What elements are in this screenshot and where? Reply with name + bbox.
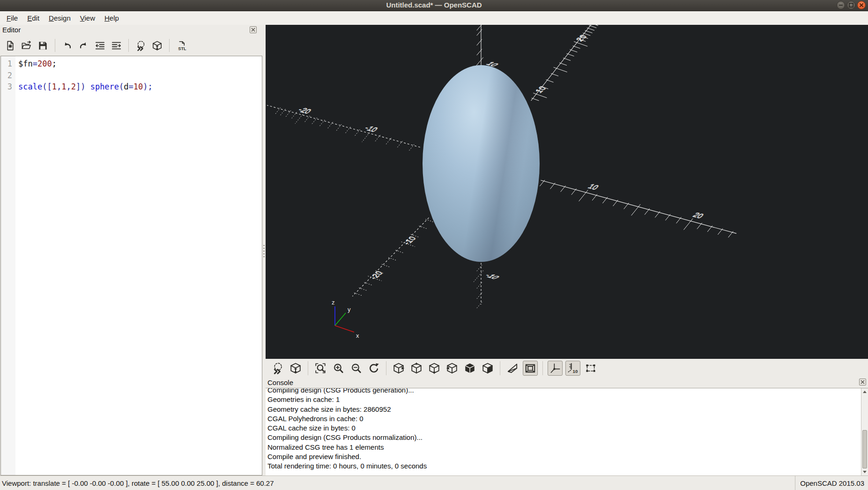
open-file-button[interactable]: [20, 38, 33, 52]
main-area: Editor: [0, 25, 868, 475]
x-axis-label-10: 10: [586, 183, 601, 191]
x-axis-label-20: 20: [691, 211, 706, 220]
redo-button[interactable]: [77, 38, 90, 52]
show-scale-markers-button[interactable]: 10: [565, 361, 580, 376]
export-stl-button[interactable]: STL: [175, 38, 188, 52]
console-line: Normalized CSG tree has 1 elements: [267, 443, 860, 452]
view-left-button[interactable]: [445, 361, 460, 376]
preview-button[interactable]: [134, 38, 148, 52]
line-number: 1: [1, 58, 12, 70]
save-button[interactable]: [36, 38, 50, 52]
show-axes-icon: [549, 362, 561, 374]
close-button[interactable]: [857, 1, 866, 9]
undo-icon: [62, 40, 73, 51]
console-line: CGAL cache size in bytes: 0: [267, 423, 860, 433]
viewport-canvas: 10 20 -10 -20 10 20 -10 -20 10 -10: [266, 25, 868, 359]
editor-panel: Editor: [0, 25, 262, 475]
reset-view-button[interactable]: [366, 361, 381, 376]
show-edges-button[interactable]: [583, 361, 598, 376]
y-axis-label-n10: -10: [401, 235, 417, 245]
preview-icon: [135, 40, 146, 51]
undo-button[interactable]: [60, 38, 74, 52]
console-scrollbar[interactable]: [861, 388, 868, 475]
scroll-down-arrow-icon[interactable]: [861, 469, 868, 475]
render-button[interactable]: [288, 361, 303, 376]
orientation-gizmo: z y x: [332, 299, 359, 339]
console-panel-header: Console: [266, 378, 868, 388]
render-button[interactable]: [150, 38, 164, 52]
show-axes-button[interactable]: [548, 361, 563, 376]
menu-edit[interactable]: Edit: [22, 13, 44, 23]
menu-view[interactable]: View: [75, 13, 100, 23]
openscad-window: Untitled.scad* — OpenSCAD File Edit Desi…: [0, 0, 868, 490]
orthographic-button[interactable]: [523, 361, 538, 376]
zoom-all-icon: [314, 362, 326, 374]
console-line: Compiling design (CSG Products generatio…: [267, 388, 860, 395]
zoom-all-button[interactable]: [313, 361, 328, 376]
reset-view-icon: [368, 362, 380, 374]
view-bottom-button[interactable]: [427, 361, 442, 376]
editor-close-button[interactable]: [250, 26, 257, 33]
preview-icon: [272, 362, 284, 374]
line-number-gutter: [1, 56, 15, 475]
show-edges-icon: [585, 362, 597, 374]
y-axis-label-10: 10: [533, 85, 548, 94]
code-editor[interactable]: 1$fn=200; 2 3scale([1,1,2]) sphere(d=10)…: [0, 56, 262, 475]
console-line: Total rendering time: 0 hours, 0 minutes…: [267, 461, 860, 471]
menu-file[interactable]: File: [2, 13, 22, 23]
view-back-button[interactable]: [480, 361, 495, 376]
view-diagonal-button[interactable]: [462, 361, 477, 376]
3d-viewport[interactable]: 10 20 -10 -20 10 20 -10 -20 10 -10: [266, 25, 868, 359]
save-icon: [37, 40, 48, 51]
gizmo-y-axis: [335, 313, 346, 326]
export-stl-icon: STL: [176, 40, 187, 51]
toolbar-separator: [308, 361, 308, 375]
zoom-out-button[interactable]: [349, 361, 364, 376]
menubar: File Edit Design View Help: [0, 11, 868, 25]
statusbar: Viewport: translate = [ -0.00 -0.00 -0.0…: [0, 475, 868, 490]
view-back-icon: [482, 362, 494, 374]
render-icon: [289, 362, 302, 374]
scrollbar-thumb[interactable]: [862, 430, 867, 468]
view-left-icon: [446, 362, 458, 374]
scroll-up-arrow-icon[interactable]: [861, 389, 868, 395]
indent-button[interactable]: [110, 38, 123, 52]
view-top-icon: [410, 362, 423, 374]
zoom-in-button[interactable]: [331, 361, 346, 376]
version-text: OpenSCAD 2015.03: [795, 476, 868, 490]
menu-design[interactable]: Design: [44, 13, 75, 23]
show-scale-markers-icon: 10: [567, 362, 579, 374]
console-close-button[interactable]: [859, 379, 866, 386]
unindent-button[interactable]: [93, 38, 107, 52]
perspective-button[interactable]: [505, 361, 520, 376]
y-axis-label-20: 20: [574, 34, 588, 43]
new-file-button[interactable]: [3, 38, 17, 52]
menu-help[interactable]: Help: [100, 13, 124, 23]
preview-button[interactable]: [270, 361, 285, 376]
maximize-button[interactable]: [847, 1, 855, 9]
viewport-status-text: Viewport: translate = [ -0.00 -0.00 -0.0…: [2, 479, 274, 487]
console-panel[interactable]: Compiling design (CSG Products generatio…: [266, 388, 868, 475]
view-right-button[interactable]: [391, 361, 406, 376]
open-folder-icon: [21, 40, 32, 51]
console-line: Geometry cache size in bytes: 2860952: [267, 405, 860, 414]
panel-splitter[interactable]: [262, 25, 266, 475]
close-icon: [860, 379, 865, 385]
orthographic-icon: [524, 362, 536, 374]
right-column: 10 20 -10 -20 10 20 -10 -20 10 -10: [266, 25, 868, 475]
indent-icon: [111, 40, 122, 51]
minimize-button[interactable]: [837, 1, 845, 9]
toolbar-separator: [386, 361, 386, 375]
viewport-toolbar: 10: [266, 359, 868, 378]
x-axis-label-n10: -10: [363, 124, 380, 133]
redo-icon: [78, 40, 89, 51]
console-line: Compiling design (CSG Products normaliza…: [267, 433, 860, 442]
toolbar-separator: [542, 361, 543, 375]
titlebar[interactable]: Untitled.scad* — OpenSCAD: [0, 0, 868, 11]
editor-toolbar: STL: [0, 35, 262, 56]
gizmo-x-label: x: [356, 332, 359, 339]
line-number: 3: [1, 81, 12, 93]
render-icon: [152, 40, 163, 51]
view-top-button[interactable]: [409, 361, 424, 376]
console-log: Compiling design (CSG Products generatio…: [266, 388, 868, 471]
